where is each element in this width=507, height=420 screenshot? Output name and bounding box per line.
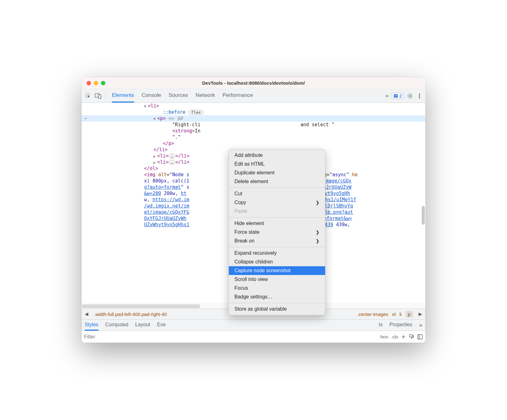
traffic-lights: [82, 81, 105, 85]
issues-badge[interactable]: 2: [391, 92, 404, 99]
hov-toggle[interactable]: :hov: [379, 334, 388, 339]
gutter-dots-icon[interactable]: ⋯: [84, 116, 88, 121]
breadcrumb-right-caret-icon[interactable]: ▶: [417, 311, 424, 317]
kebab-menu-icon[interactable]: [416, 92, 423, 99]
cm-force-state[interactable]: Force state❯: [229, 228, 325, 237]
styles-tab-properties[interactable]: Properties: [389, 320, 412, 331]
cm-edit-as-html[interactable]: Edit as HTML: [229, 160, 325, 168]
filter-bar: :hov .cls +: [82, 331, 425, 343]
titlebar: DevTools - localhost:8080/docs/devtools/…: [82, 77, 425, 89]
cm-force-state-label: Force state: [234, 229, 259, 235]
tree-selected-line[interactable]: ⋯ ▼<p> == $0: [82, 115, 425, 122]
svg-rect-12: [418, 335, 419, 339]
cm-break-on-label: Break on: [234, 238, 254, 244]
svg-point-9: [419, 97, 420, 98]
styles-tab-partial[interactable]: Eve: [157, 320, 166, 331]
tab-performance[interactable]: Performance: [223, 89, 253, 102]
device-toggle-icon[interactable]: [94, 92, 102, 100]
new-style-rule-icon[interactable]: +: [401, 333, 405, 341]
tree-line[interactable]: </p>: [82, 140, 425, 147]
settings-gear-icon[interactable]: [407, 92, 414, 99]
cm-cut[interactable]: Cut: [229, 189, 325, 198]
cm-add-attribute[interactable]: Add attribute: [229, 151, 325, 160]
cm-separator: [229, 303, 325, 303]
close-window-button[interactable]: [87, 81, 91, 85]
tree-line[interactable]: ::before flex: [82, 109, 425, 115]
horizontal-scroll-thumb[interactable]: [82, 304, 200, 308]
zoom-window-button[interactable]: [101, 81, 105, 85]
toolbar-right: » 2: [385, 92, 423, 99]
cm-hide-element[interactable]: Hide element: [229, 219, 325, 228]
issues-count: 2: [399, 93, 402, 98]
tab-network[interactable]: Network: [196, 89, 215, 102]
cm-break-on[interactable]: Break on❯: [229, 237, 325, 245]
flex-badge[interactable]: flex: [188, 110, 203, 115]
breadcrumb-item[interactable]: .width-full.pad-left-400.pad-right-40: [94, 312, 167, 317]
tab-sources[interactable]: Sources: [168, 89, 188, 102]
cm-separator: [229, 217, 325, 218]
breadcrumb-left-caret-icon[interactable]: ◀: [83, 311, 90, 317]
styles-tab-computed[interactable]: Computed: [105, 320, 128, 331]
chevron-right-icon: ❯: [316, 230, 319, 235]
vertical-scrollbar[interactable]: [422, 206, 425, 225]
devtools-window: DevTools - localhost:8080/docs/devtools/…: [82, 77, 425, 343]
svg-rect-11: [418, 335, 422, 339]
cm-paste: Paste: [229, 207, 325, 216]
toolbar-divider: [105, 92, 106, 100]
main-tabs: Elements Console Sources Network Perform…: [112, 89, 384, 102]
more-tabs-chevron-icon[interactable]: »: [385, 92, 389, 99]
cm-copy[interactable]: Copy❯: [229, 198, 325, 207]
tree-line[interactable]: ".": [82, 134, 425, 140]
svg-rect-5: [394, 96, 396, 96]
tree-line[interactable]: "Right-cliand select ": [82, 122, 425, 128]
cm-badge-settings[interactable]: Badge settings…: [229, 292, 325, 301]
window-title: DevTools - localhost:8080/docs/devtools/…: [82, 80, 425, 86]
main-toolbar: Elements Console Sources Network Perform…: [82, 89, 425, 103]
paint-icon[interactable]: [409, 334, 414, 340]
computed-panel-icon[interactable]: [417, 334, 423, 340]
ellipsis-badge[interactable]: …: [168, 153, 175, 159]
context-menu: Add attribute Edit as HTML Duplicate ele…: [228, 149, 325, 315]
styles-tabs: Styles Computed Layout Eve ts Properties…: [82, 320, 425, 331]
tab-console[interactable]: Console: [142, 89, 161, 102]
cm-separator: [229, 188, 325, 188]
more-styles-tabs-icon[interactable]: »: [419, 322, 422, 328]
tree-line[interactable]: <strong>In: [82, 128, 425, 134]
svg-rect-2: [98, 95, 101, 98]
cm-copy-label: Copy: [234, 200, 246, 205]
filter-input[interactable]: [84, 334, 373, 340]
cm-duplicate-element[interactable]: Duplicate element: [229, 168, 325, 177]
svg-point-6: [409, 95, 411, 97]
breadcrumb-item[interactable]: ol: [392, 312, 396, 317]
styles-tab-styles[interactable]: Styles: [85, 320, 98, 331]
svg-rect-10: [409, 335, 413, 337]
svg-rect-4: [394, 95, 397, 96]
styles-tab-partial-right[interactable]: ts: [379, 320, 383, 331]
cm-collapse-children[interactable]: Collapse children: [229, 258, 325, 266]
breadcrumb-item-current[interactable]: p: [405, 311, 413, 318]
chevron-right-icon: ❯: [316, 238, 319, 243]
svg-point-7: [419, 93, 420, 95]
cm-expand-recursively[interactable]: Expand recursively: [229, 249, 325, 258]
tree-line[interactable]: ▼<li>: [82, 103, 425, 109]
cm-capture-node-screenshot[interactable]: Capture node screenshot: [229, 266, 325, 275]
tab-elements[interactable]: Elements: [112, 89, 134, 102]
breadcrumb-item[interactable]: .center-images: [357, 312, 388, 317]
issues-icon: [393, 93, 398, 98]
minimize-window-button[interactable]: [94, 81, 98, 85]
cm-store-global[interactable]: Store as global variable: [229, 305, 325, 313]
cls-toggle[interactable]: .cls: [391, 334, 399, 339]
ellipsis-badge[interactable]: …: [168, 160, 175, 165]
styles-tab-layout[interactable]: Layout: [135, 320, 150, 331]
svg-point-8: [419, 95, 420, 97]
cm-focus[interactable]: Focus: [229, 284, 325, 292]
cm-separator: [229, 247, 325, 247]
svg-rect-3: [394, 94, 398, 98]
inspect-icon[interactable]: [84, 92, 92, 100]
breadcrumb-item[interactable]: li: [399, 312, 402, 317]
chevron-right-icon: ❯: [316, 200, 319, 205]
cm-delete-element[interactable]: Delete element: [229, 177, 325, 186]
cm-scroll-into-view[interactable]: Scroll into view: [229, 275, 325, 284]
